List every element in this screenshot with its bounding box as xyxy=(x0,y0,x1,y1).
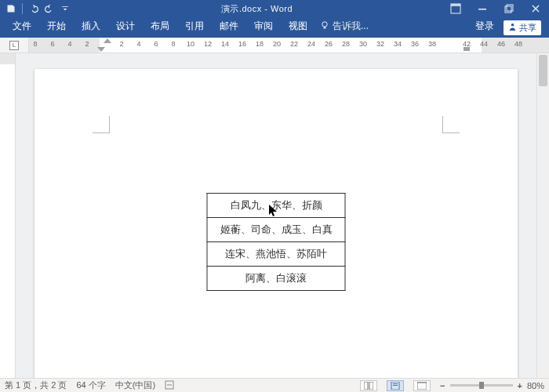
ruler-mark: 14 xyxy=(221,40,229,48)
table-cell[interactable]: 连宋、燕池悟、苏陌叶 xyxy=(207,242,345,267)
ruler-mark: 28 xyxy=(342,40,350,48)
margin-marker-top-right xyxy=(442,116,460,133)
quick-access-toolbar xyxy=(0,2,71,15)
ruler-mark: 36 xyxy=(411,40,419,48)
document-area: 白凤九、东华、折颜 姬蘅、司命、成玉、白真 连宋、燕池悟、苏陌叶 阿离、白滚滚 xyxy=(0,53,549,378)
svg-rect-9 xyxy=(364,382,368,390)
table-row: 姬蘅、司命、成玉、白真 xyxy=(207,218,345,242)
scroll-thumb[interactable] xyxy=(539,55,547,86)
table-cell[interactable]: 白凤九、东华、折颜 xyxy=(207,194,345,218)
ruler-mark: 38 xyxy=(428,40,436,48)
ruler-mark: 4 xyxy=(67,40,71,48)
zoom-value[interactable]: 80% xyxy=(527,381,544,390)
view-print-layout[interactable] xyxy=(387,380,404,391)
ruler-mark: 4 xyxy=(136,40,140,48)
table-row: 白凤九、东华、折颜 xyxy=(207,194,345,218)
window-title: 演示.docx - Word xyxy=(71,3,442,15)
customize-qat-icon[interactable] xyxy=(59,2,71,15)
ruler-mark: 2 xyxy=(85,40,89,48)
tab-review[interactable]: 审阅 xyxy=(246,16,281,38)
zoom-in-button[interactable]: + xyxy=(518,381,522,390)
tell-me-label: 告诉我... xyxy=(333,20,369,33)
ribbon-options-icon[interactable] xyxy=(442,0,469,17)
undo-icon[interactable] xyxy=(27,2,40,15)
ruler-mark: 20 xyxy=(273,40,281,48)
zoom-controls: − + 80% xyxy=(440,381,544,390)
ruler-mark: 42 xyxy=(463,40,471,48)
document-viewport[interactable]: 白凤九、东华、折颜 姬蘅、司命、成玉、白真 连宋、燕池悟、苏陌叶 阿离、白滚滚 xyxy=(16,53,536,378)
ruler-mark: 8 xyxy=(171,40,175,48)
vertical-scrollbar[interactable] xyxy=(536,53,549,378)
ruler-mark: 48 xyxy=(514,40,522,48)
svg-rect-1 xyxy=(451,4,460,6)
margin-marker-top-left xyxy=(93,116,110,133)
share-label: 共享 xyxy=(519,22,536,34)
ruler-mark: 6 xyxy=(154,40,158,48)
ruler-mark: 18 xyxy=(256,40,264,48)
share-icon xyxy=(508,23,517,33)
table-cell[interactable]: 姬蘅、司命、成玉、白真 xyxy=(207,218,345,242)
ruler-mark: 12 xyxy=(204,40,212,48)
tab-selector[interactable]: L xyxy=(0,38,28,53)
ruler-mark: 44 xyxy=(480,40,488,48)
table-row: 阿离、白滚滚 xyxy=(207,267,345,291)
ruler-mark: 10 xyxy=(187,40,195,48)
table-row: 连宋、燕池悟、苏陌叶 xyxy=(207,242,345,267)
svg-rect-15 xyxy=(417,382,427,383)
zoom-out-button[interactable]: − xyxy=(440,381,445,390)
svg-rect-2 xyxy=(478,9,486,10)
ruler-mark: 22 xyxy=(290,40,298,48)
svg-point-5 xyxy=(322,22,327,27)
tab-home[interactable]: 开始 xyxy=(39,16,74,38)
horizontal-ruler[interactable]: 8642246810121416182022242628303234363842… xyxy=(28,38,549,53)
minimize-icon[interactable] xyxy=(469,0,496,17)
ruler-mark: 24 xyxy=(307,40,315,48)
login-button[interactable]: 登录 xyxy=(469,16,500,38)
status-page[interactable]: 第 1 页，共 2 页 xyxy=(5,379,67,391)
svg-rect-13 xyxy=(393,385,398,386)
close-icon[interactable] xyxy=(522,0,549,17)
status-words[interactable]: 64 个字 xyxy=(76,379,105,391)
tab-references[interactable]: 引用 xyxy=(177,16,212,38)
svg-rect-12 xyxy=(393,383,398,384)
window-controls xyxy=(442,0,549,17)
ruler-mark: 26 xyxy=(325,40,333,48)
ruler-mark: 8 xyxy=(33,40,37,48)
ruler-mark: 32 xyxy=(376,40,384,48)
tab-view[interactable]: 视图 xyxy=(281,16,315,38)
svg-rect-6 xyxy=(324,27,326,29)
ruler-mark: 46 xyxy=(497,40,505,48)
content-table[interactable]: 白凤九、东华、折颜 姬蘅、司命、成玉、白真 连宋、燕池悟、苏陌叶 阿离、白滚滚 xyxy=(207,193,346,291)
svg-rect-3 xyxy=(505,6,511,13)
ruler-mark: 6 xyxy=(50,40,54,48)
view-web-layout[interactable] xyxy=(413,380,431,391)
svg-rect-4 xyxy=(507,5,513,11)
view-read-mode[interactable] xyxy=(360,380,377,391)
status-lang[interactable]: 中文(中国) xyxy=(115,379,155,391)
status-bar: 第 1 页，共 2 页 64 个字 中文(中国) − + 80% xyxy=(0,378,549,392)
table-cell[interactable]: 阿离、白滚滚 xyxy=(207,267,345,291)
svg-rect-10 xyxy=(369,382,373,390)
horizontal-ruler-area: L 86422468101214161820222426283032343638… xyxy=(0,38,549,53)
ribbon-tabs: 文件 开始 插入 设计 布局 引用 邮件 审阅 视图 告诉我... 登录 共享 xyxy=(0,17,549,38)
share-button[interactable]: 共享 xyxy=(504,20,541,35)
tab-mailings[interactable]: 邮件 xyxy=(212,16,246,38)
ruler-mark: 34 xyxy=(394,40,402,48)
restore-icon[interactable] xyxy=(496,0,522,17)
tab-design[interactable]: 设计 xyxy=(108,16,143,38)
ruler-mark: 30 xyxy=(359,40,367,48)
redo-icon[interactable] xyxy=(43,2,56,15)
tab-layout[interactable]: 布局 xyxy=(143,16,177,38)
ruler-mark: 16 xyxy=(238,40,246,48)
tab-insert[interactable]: 插入 xyxy=(74,16,108,38)
vertical-ruler[interactable] xyxy=(0,53,16,378)
lightbulb-icon xyxy=(320,20,329,32)
svg-point-7 xyxy=(511,24,514,27)
ruler-mark: 2 xyxy=(119,40,123,48)
tell-me[interactable]: 告诉我... xyxy=(315,20,373,38)
zoom-slider[interactable] xyxy=(450,384,513,387)
save-icon[interactable] xyxy=(5,2,17,15)
track-changes-icon[interactable] xyxy=(165,380,174,391)
tab-file[interactable]: 文件 xyxy=(5,16,39,38)
page[interactable]: 白凤九、东华、折颜 姬蘅、司命、成玉、白真 连宋、燕池悟、苏陌叶 阿离、白滚滚 xyxy=(35,69,518,378)
